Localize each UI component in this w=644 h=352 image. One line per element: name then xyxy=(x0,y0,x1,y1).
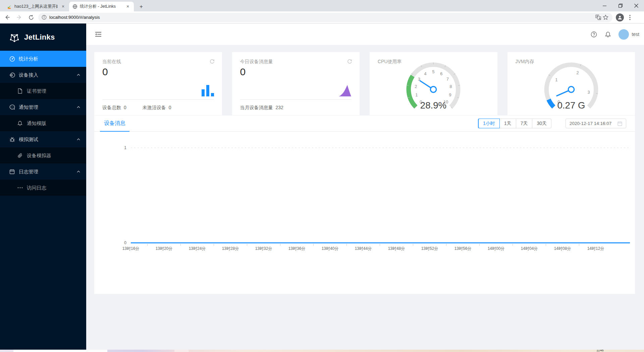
sidebar-item-label: 统计分析 xyxy=(19,56,38,62)
bug-icon xyxy=(9,137,15,142)
svg-text:13时48分: 13时48分 xyxy=(388,246,405,251)
window-restore-button[interactable] xyxy=(612,0,628,11)
translate-icon[interactable] xyxy=(594,14,602,21)
card-current-online: 当前在线 0 设备总数0 未激活设备0 xyxy=(94,52,222,115)
close-icon xyxy=(634,4,638,8)
help-icon[interactable] xyxy=(590,31,597,38)
forward-button[interactable] xyxy=(14,12,24,23)
browser-tab-hao123[interactable]: hao123_上网从这里开始 × xyxy=(3,2,69,11)
jetlinks-cube-icon xyxy=(9,32,20,43)
datetime-picker[interactable]: 2020-12-17 14:16:07 xyxy=(566,119,626,128)
user-avatar[interactable] xyxy=(619,29,629,40)
svg-text:7: 7 xyxy=(446,77,449,82)
message-icon xyxy=(9,104,15,110)
sidebar-item-access-log[interactable]: 访问日志 xyxy=(0,180,86,196)
sliver-white-box xyxy=(13,350,107,352)
device-message-panel: 设备消息 1小时 1天 7天 30天 2020-12-17 14:16:07 xyxy=(94,116,635,294)
range-1hour-button[interactable]: 1小时 xyxy=(478,119,500,128)
svg-text:2: 2 xyxy=(576,70,579,75)
address-bar[interactable]: localhost:9000/#/analysis xyxy=(38,13,612,22)
datetime-value[interactable]: 2020-12-17 14:16:07 xyxy=(570,121,618,126)
new-tab-button[interactable]: + xyxy=(137,2,146,11)
svg-text:0: 0 xyxy=(124,240,126,245)
svg-text:14时08分: 14时08分 xyxy=(554,246,571,251)
reload-button[interactable] xyxy=(26,12,36,23)
sidebar-item-device-access[interactable]: 设备接入 xyxy=(0,67,86,83)
sidebar-item-label: 通知管理 xyxy=(19,104,38,111)
refresh-icon[interactable] xyxy=(347,59,352,64)
restore-icon xyxy=(619,4,623,8)
user-name[interactable]: test xyxy=(632,32,639,37)
sidebar-item-analysis[interactable]: 统计分析 xyxy=(0,51,86,67)
notification-bell-icon[interactable] xyxy=(604,31,611,38)
sidebar: JetLinks 统计分析 设备接入 xyxy=(0,24,86,350)
svg-text:5: 5 xyxy=(432,69,435,74)
content-area: 当前在线 0 设备总数0 未激活设备0 今日设备消息量 xyxy=(86,45,644,350)
tab-close-icon[interactable]: × xyxy=(125,4,130,9)
bookmark-star-icon[interactable] xyxy=(602,14,609,21)
sidebar-item-label: 设备接入 xyxy=(19,72,38,78)
page-info-icon[interactable] xyxy=(42,15,47,20)
sidebar-item-label: 访问日志 xyxy=(27,185,46,191)
tab-close-icon[interactable]: × xyxy=(60,4,66,9)
range-30day-button[interactable]: 30天 xyxy=(532,119,551,128)
svg-text:14时12分: 14时12分 xyxy=(587,246,604,251)
svg-text:13时16分: 13时16分 xyxy=(122,246,140,251)
divider xyxy=(102,99,214,100)
svg-text:13时36分: 13时36分 xyxy=(288,246,306,251)
svg-text:1: 1 xyxy=(416,92,418,97)
url-text[interactable]: localhost:9000/#/analysis xyxy=(49,15,594,20)
svg-text:13时52分: 13时52分 xyxy=(421,246,438,251)
chevron-up-icon xyxy=(77,106,80,108)
card-cpu-gauge: CPU使用率 01234567891028.9% xyxy=(370,52,497,115)
brand-logo[interactable]: JetLinks xyxy=(0,24,86,51)
sidebar-item-notify-template[interactable]: 通知模版 xyxy=(0,115,86,131)
sidebar-item-simulation[interactable]: 模拟测试 xyxy=(0,131,86,147)
sidebar-item-label: 设备模拟器 xyxy=(27,152,51,159)
window-close-button[interactable] xyxy=(628,0,644,11)
refresh-icon[interactable] xyxy=(210,59,215,64)
sliver-text-fragment: 1146 xyxy=(596,350,604,352)
chevron-up-icon xyxy=(77,138,80,140)
svg-text:8: 8 xyxy=(450,84,452,89)
tab-title: 统计分析 - JetLinks xyxy=(80,4,122,9)
stat-month-messages: 当月设备消息量232 xyxy=(240,105,283,111)
browser-menu-icon[interactable] xyxy=(627,13,633,21)
browser-toolbar: localhost:9000/#/analysis xyxy=(0,11,644,24)
jvm-gauge-chart: 01230.27 G xyxy=(529,57,613,114)
mini-area-chart xyxy=(339,85,352,96)
sidebar-item-device-simulator[interactable]: 设备模拟器 xyxy=(0,147,86,164)
login-icon xyxy=(9,72,15,78)
svg-text:13时24分: 13时24分 xyxy=(189,246,206,251)
background-window-sliver: 1146 xyxy=(0,350,644,352)
divider xyxy=(240,99,352,100)
svg-text:2: 2 xyxy=(415,84,417,89)
calendar-icon xyxy=(9,169,15,175)
file-icon xyxy=(17,88,23,94)
tab-title: hao123_上网从这里开始 xyxy=(14,4,58,9)
svg-text:14时04分: 14时04分 xyxy=(521,246,538,251)
svg-text:0.27 G: 0.27 G xyxy=(557,100,585,111)
browser-profile-avatar[interactable] xyxy=(616,13,624,21)
back-button[interactable] xyxy=(2,12,12,23)
menu-fold-icon[interactable] xyxy=(95,31,102,38)
sidebar-item-label: 模拟测试 xyxy=(19,136,38,143)
sliver-accent xyxy=(174,350,189,352)
svg-text:13时56分: 13时56分 xyxy=(454,246,472,251)
browser-tab-jetlinks[interactable]: 统计分析 - JetLinks × xyxy=(69,2,134,11)
sidebar-item-log-mgmt[interactable]: 日志管理 xyxy=(0,164,86,180)
tab-device-message[interactable]: 设备消息 xyxy=(100,116,129,131)
sidebar-item-notify-mgmt[interactable]: 通知管理 xyxy=(0,99,86,115)
svg-text:4: 4 xyxy=(424,71,427,76)
ellipsis-icon xyxy=(17,185,23,191)
window-minimize-button[interactable] xyxy=(597,0,612,11)
card-value: 0 xyxy=(240,66,352,78)
range-7day-button[interactable]: 7天 xyxy=(516,119,533,128)
brand-name: JetLinks xyxy=(24,33,55,42)
device-message-line-chart: 1013时16分13时20分13时24分13时28分13时32分13时36分13… xyxy=(94,132,635,294)
sidebar-item-certificates[interactable]: 证书管理 xyxy=(0,83,86,99)
svg-text:9: 9 xyxy=(449,92,451,97)
range-1day-button[interactable]: 1天 xyxy=(500,119,516,128)
card-today-messages: 今日设备消息量 0 当月设备消息量232 xyxy=(232,52,360,115)
stat-inactive-devices: 未激活设备0 xyxy=(143,105,171,111)
